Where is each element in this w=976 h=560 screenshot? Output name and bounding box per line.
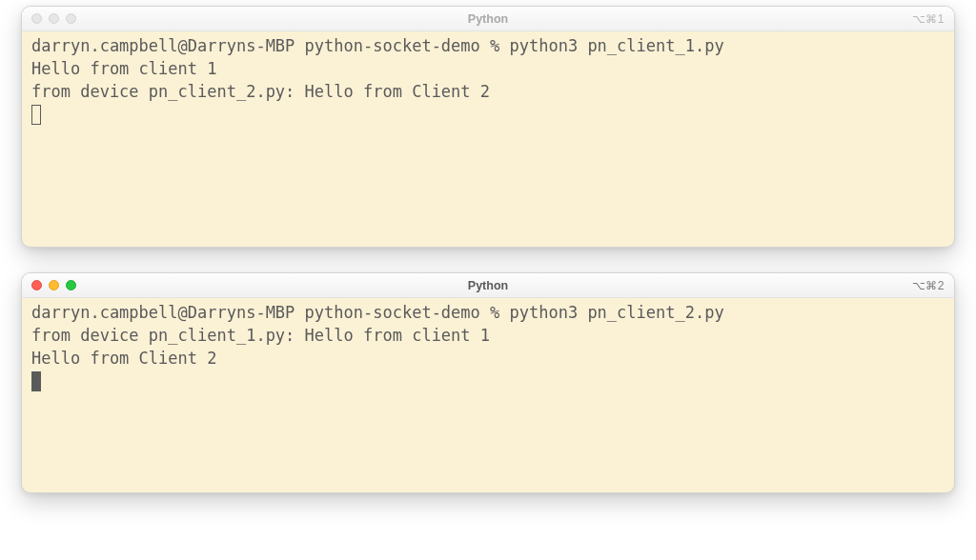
- traffic-lights: [31, 13, 76, 24]
- terminal-window-1[interactable]: Python ⌥⌘1 darryn.campbell@Darryns-MBP p…: [21, 6, 955, 248]
- title-bar[interactable]: Python ⌥⌘1: [22, 7, 954, 31]
- minimize-icon[interactable]: [49, 280, 59, 290]
- window-title: Python: [468, 279, 508, 292]
- terminal-window-2[interactable]: Python ⌥⌘2 darryn.campbell@Darryns-MBP p…: [21, 272, 955, 493]
- close-icon[interactable]: [31, 13, 42, 24]
- shortcut-label: ⌥⌘2: [912, 279, 945, 292]
- minimize-icon[interactable]: [49, 13, 59, 24]
- zoom-icon[interactable]: [66, 280, 76, 290]
- terminal-line: from device pn_client_1.py: Hello from c…: [31, 326, 490, 345]
- terminal-line: darryn.campbell@Darryns-MBP python-socke…: [31, 303, 724, 322]
- traffic-lights: [31, 280, 76, 290]
- zoom-icon[interactable]: [66, 13, 76, 24]
- terminal-line: darryn.campbell@Darryns-MBP python-socke…: [31, 36, 724, 55]
- terminal-line: Hello from client 1: [31, 59, 216, 78]
- terminal-output[interactable]: darryn.campbell@Darryns-MBP python-socke…: [22, 31, 954, 247]
- close-icon[interactable]: [31, 280, 42, 290]
- cursor-icon: [31, 105, 41, 125]
- terminal-line: from device pn_client_2.py: Hello from C…: [31, 82, 490, 101]
- cursor-icon: [31, 371, 41, 391]
- window-title: Python: [468, 12, 508, 26]
- terminal-line: Hello from Client 2: [31, 349, 216, 368]
- shortcut-label: ⌥⌘1: [912, 12, 945, 26]
- title-bar[interactable]: Python ⌥⌘2: [22, 273, 954, 298]
- terminal-output[interactable]: darryn.campbell@Darryns-MBP python-socke…: [22, 298, 954, 492]
